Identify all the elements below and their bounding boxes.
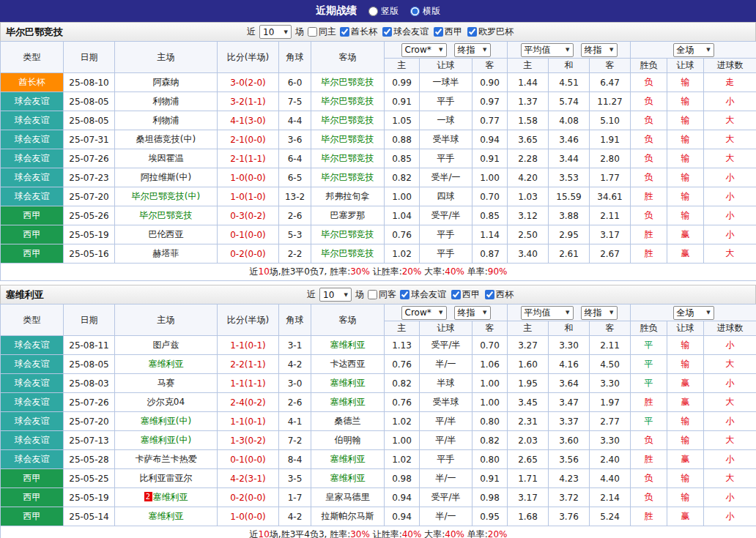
summary-row: 近10场,胜3平4负3, 胜率:30% 让胜率:40% 大率:40% 单率:20…: [1, 526, 756, 538]
league-checkbox[interactable]: [451, 290, 461, 299]
same-venue-checkbox[interactable]: [368, 290, 377, 299]
odds-away-cell: 0.91: [472, 149, 508, 168]
away-team-cell: 桑德兰: [311, 412, 385, 431]
horizontal-view-radio[interactable]: [410, 7, 420, 16]
chevron-down-icon: ▼: [609, 310, 613, 315]
summary-stat: 90%: [488, 266, 508, 277]
match-date: 25-07-13: [64, 431, 115, 450]
avg-away-cell: 4.50: [590, 355, 631, 374]
league-checkbox[interactable]: [400, 290, 410, 299]
away-team-name[interactable]: 塞维利亚: [330, 340, 366, 350]
away-team-name[interactable]: 塞维利亚: [330, 454, 366, 464]
odds-home-cell: 1.05: [385, 111, 420, 130]
avg-away-cell: 3.30: [590, 374, 631, 393]
odds-select-group: Crow*▼ 终指▼: [385, 42, 508, 59]
away-team-name[interactable]: 毕尔巴鄂竞技: [322, 96, 374, 106]
same-venue-filter[interactable]: 同客: [368, 288, 396, 301]
home-team-name[interactable]: 塞维利亚(中): [141, 416, 191, 426]
league-filter-item[interactable]: 球会友谊: [382, 26, 429, 38]
league-filter-item[interactable]: 酋长杯: [340, 26, 377, 38]
league-filter-item[interactable]: 西甲: [434, 26, 462, 38]
odds-final-select[interactable]: 终指▼: [454, 43, 491, 57]
home-team-name[interactable]: 毕尔巴鄂竞技(中): [132, 191, 200, 201]
avg-away-cell: 34.61: [590, 187, 631, 206]
home-team-name[interactable]: 塞维利亚: [149, 359, 184, 369]
recent-count-select[interactable]: 10▼: [259, 25, 292, 39]
away-team-name[interactable]: 毕尔巴鄂竞技: [322, 172, 374, 182]
league-badge: 西甲: [1, 469, 64, 488]
league-filter-item[interactable]: 球会友谊: [400, 288, 446, 301]
away-team-name[interactable]: 塞维利亚: [330, 473, 366, 483]
result-cell: 平: [631, 355, 667, 374]
away-team-name[interactable]: 塞维利亚: [330, 378, 366, 388]
corner-cell: 6-5: [279, 168, 311, 187]
league-badge: 球会友谊: [1, 431, 64, 450]
league-badge: 球会友谊: [1, 111, 64, 130]
home-team-name[interactable]: 塞维利亚: [153, 492, 188, 502]
section-header-bar: 塞维利亚 近 10▼ 场 同客 球会友谊西甲西杯: [0, 285, 756, 304]
league-badge: 西甲: [1, 225, 64, 244]
odds-handicap-cell: 平手: [420, 149, 472, 168]
recent-count-select[interactable]: 10▼: [319, 288, 352, 302]
company-select[interactable]: Crow*▼: [401, 43, 447, 57]
league-checkbox[interactable]: [467, 27, 477, 37]
col-odds-home: 主: [385, 321, 420, 336]
average-select[interactable]: 平均值▼: [521, 306, 574, 320]
same-venue-label: 同主: [319, 26, 336, 38]
away-team-name[interactable]: 毕尔巴鄂竞技: [322, 153, 374, 163]
full-match-select[interactable]: 全场▼: [673, 306, 714, 320]
home-team-name[interactable]: 塞维利亚: [149, 511, 184, 521]
avg-draw-cell: 4.16: [549, 355, 590, 374]
league-checkbox[interactable]: [382, 27, 392, 37]
away-team-name[interactable]: 毕尔巴鄂竞技: [322, 115, 374, 125]
odds-away-cell: 1.00: [472, 393, 508, 412]
match-date: 25-08-03: [64, 374, 115, 393]
corner-cell: 2-2: [279, 244, 311, 264]
away-team-name[interactable]: 毕尔巴鄂竞技: [322, 134, 374, 144]
away-team-name[interactable]: 毕尔巴鄂竞技: [322, 229, 374, 239]
handicap-result-cell: 输: [667, 187, 704, 206]
vertical-view-radio[interactable]: [368, 7, 378, 16]
league-checkbox[interactable]: [340, 27, 349, 37]
odds-away-cell: 0.70: [472, 187, 508, 206]
handicap-result-cell: 输: [667, 73, 704, 92]
result-cell: 胜: [631, 225, 667, 244]
score-cell: 0-2(0-0): [218, 244, 279, 264]
league-filter-item[interactable]: 西杯: [485, 288, 514, 301]
home-team-name[interactable]: 塞维利亚(中): [141, 435, 191, 445]
home-team-cell: 毕尔巴鄂竞技(中): [115, 187, 218, 206]
col-odds-away: 客: [472, 59, 508, 73]
league-checkbox[interactable]: [485, 290, 494, 299]
summary-label: 单率:: [464, 266, 488, 277]
average-select[interactable]: 平均值▼: [521, 43, 574, 57]
average-final-select[interactable]: 终指▼: [581, 43, 618, 57]
avg-home-cell: 1.95: [508, 374, 549, 393]
away-team-name[interactable]: 毕尔巴鄂竞技: [322, 77, 374, 87]
league-checkbox[interactable]: [434, 27, 443, 37]
league-filter-item[interactable]: 西甲: [451, 288, 480, 301]
league-filter-item[interactable]: 欧罗巴杯: [467, 26, 514, 38]
view-option-vertical[interactable]: 竖版: [368, 5, 399, 18]
corner-cell: 4-1: [279, 412, 311, 431]
full-match-select[interactable]: 全场▼: [673, 43, 714, 57]
company-select[interactable]: Crow*▼: [401, 306, 447, 320]
col-date: 日期: [64, 305, 115, 336]
goals-result-cell: 小: [704, 336, 756, 355]
league-badge: 西甲: [1, 507, 64, 526]
same-venue-filter[interactable]: 同主: [308, 26, 336, 38]
match-row: 球会友谊25-08-05利物浦3-2(1-1)7-5毕尔巴鄂竞技0.91平手0.…: [1, 92, 756, 111]
match-row: 球会友谊25-08-05塞维利亚2-2(1-1)4-2卡达西亚0.76半/一1.…: [1, 355, 756, 374]
odds-handicap-cell: 受平/半: [420, 336, 472, 355]
home-team-cell: 阿森纳: [115, 73, 218, 92]
average-final-select[interactable]: 终指▼: [581, 306, 618, 320]
home-team-cell: 桑坦德竞技(中): [115, 130, 218, 149]
away-team-name[interactable]: 塞维利亚: [330, 397, 366, 407]
odds-final-select[interactable]: 终指▼: [454, 306, 491, 320]
handicap-result-cell: 赢: [667, 450, 704, 469]
same-venue-checkbox[interactable]: [308, 27, 317, 37]
view-option-horizontal[interactable]: 横版: [410, 5, 440, 18]
home-team-cell: 塞维利亚(中): [115, 412, 218, 431]
away-team-name[interactable]: 毕尔巴鄂竞技: [322, 248, 374, 258]
match-date: 25-05-16: [64, 244, 115, 264]
home-team-name[interactable]: 毕尔巴鄂竞技: [140, 210, 193, 220]
